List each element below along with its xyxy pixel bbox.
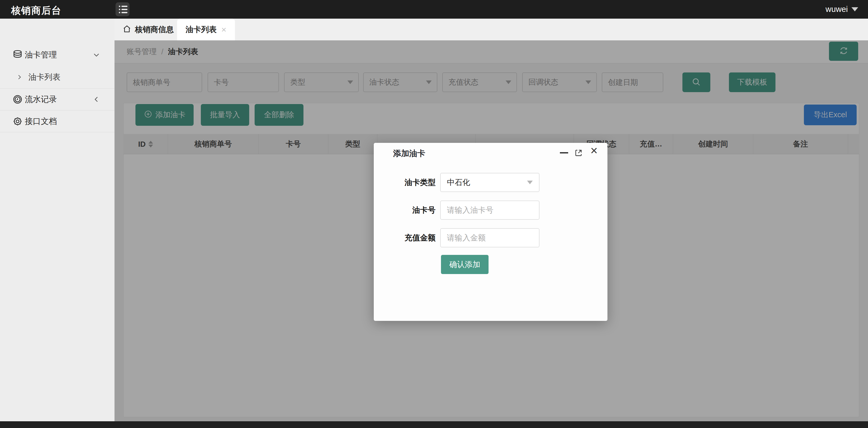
maximize-icon[interactable] xyxy=(574,148,583,157)
oil-card-type-label: 油卡类型 xyxy=(374,173,436,192)
minimize-icon[interactable] xyxy=(560,152,568,153)
app-title: 核销商后台 xyxy=(11,4,62,17)
close-icon[interactable]: × xyxy=(221,25,226,34)
sidebar-item-oil-card-list[interactable]: 油卡列表 xyxy=(0,67,115,87)
select-value: 中石化 xyxy=(447,177,470,188)
chevron-down-icon xyxy=(93,51,100,59)
oil-card-no-input[interactable] xyxy=(440,201,539,220)
sidebar-subitem-label: 油卡列表 xyxy=(28,72,61,83)
chevron-down-icon xyxy=(851,7,858,11)
username: wuwei xyxy=(826,5,848,14)
add-oil-card-dialog: 添加油卡 × 油卡类型 中石化 油卡号 充值金额 xyxy=(374,143,608,321)
app-window: 核销商后台 wuwei 油卡管理 xyxy=(0,0,868,428)
user-menu[interactable]: wuwei xyxy=(826,0,858,19)
oil-card-no-label: 油卡号 xyxy=(374,201,436,220)
main-content: 账号管理 / 油卡列表 类型 油卡状态 xyxy=(115,40,868,421)
bottom-bar xyxy=(0,421,868,428)
caret-down-icon xyxy=(527,181,533,184)
confirm-add-button[interactable]: 确认添加 xyxy=(441,255,489,274)
list-menu-icon xyxy=(119,6,129,7)
database-icon xyxy=(12,49,23,61)
oil-card-type-select[interactable]: 中石化 xyxy=(440,173,539,192)
divider xyxy=(0,132,115,132)
sidebar: 油卡管理 油卡列表 流水记录 xyxy=(0,19,115,421)
history-clock-icon xyxy=(12,94,23,105)
tab-label: 油卡列表 xyxy=(186,24,217,35)
tab-label: 核销商信息 xyxy=(135,24,174,35)
sidebar-item-api-docs[interactable]: 接口文档 xyxy=(0,111,115,132)
sidebar-item-label: 流水记录 xyxy=(25,94,57,105)
sidebar-item-label: 接口文档 xyxy=(25,116,57,127)
chevron-left-icon xyxy=(93,95,100,103)
sidebar-item-oil-card-group[interactable]: 油卡管理 xyxy=(0,46,115,64)
recharge-amount-input[interactable] xyxy=(440,228,539,247)
tab-oil-card-list[interactable]: 油卡列表 × xyxy=(177,19,235,40)
sidebar-item-flow-records[interactable]: 流水记录 xyxy=(0,89,115,110)
home-icon xyxy=(123,25,131,34)
tabbar: 核销商信息 油卡列表 × xyxy=(115,19,868,40)
recharge-amount-label: 充值金额 xyxy=(374,228,436,247)
topbar: 核销商后台 wuwei xyxy=(0,0,868,19)
chevron-right-icon xyxy=(16,74,23,81)
sidebar-toggle-button[interactable] xyxy=(116,2,129,16)
sidebar-item-label: 油卡管理 xyxy=(25,50,57,60)
tab-merchant-info[interactable]: 核销商信息 xyxy=(121,19,176,40)
gear-icon xyxy=(12,116,23,127)
dialog-title: 添加油卡 xyxy=(393,148,425,159)
divider xyxy=(0,110,115,111)
close-icon[interactable]: × xyxy=(590,144,598,157)
